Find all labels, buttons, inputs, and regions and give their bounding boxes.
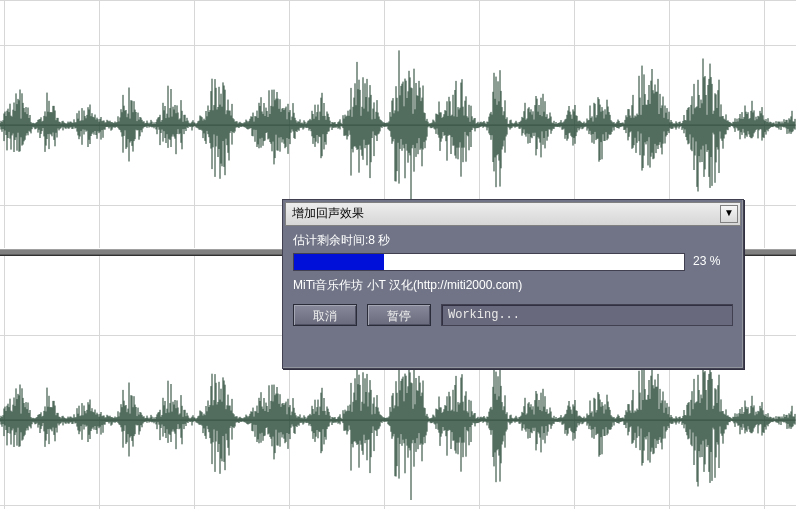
dialog-button-row: 取消 暂停 Working... [293,304,733,326]
cancel-button[interactable]: 取消 [293,304,357,326]
status-text: Working... [441,304,733,326]
dialog-body: 估计剩余时间:8 秒 23 % MiTi音乐作坊 小T 汉化(http://mi… [287,232,739,366]
progress-wrap: 23 % [293,253,733,271]
progress-percent-label: 23 % [693,254,720,268]
audio-editor-workspace: 增加回声效果 ▼ 估计剩余时间:8 秒 23 % MiTi音乐作坊 小T 汉化(… [0,0,796,509]
dropdown-icon[interactable]: ▼ [720,205,738,223]
pause-button[interactable]: 暂停 [367,304,431,326]
progress-fill [294,254,384,270]
effect-progress-dialog: 增加回声效果 ▼ 估计剩余时间:8 秒 23 % MiTi音乐作坊 小T 汉化(… [282,199,744,369]
progress-bar [293,253,685,271]
eta-label: 估计剩余时间:8 秒 [293,232,733,249]
dialog-title-text: 增加回声效果 [292,206,364,220]
waveform-channel-1[interactable] [0,45,796,205]
dialog-titlebar[interactable]: 增加回声效果 ▼ [285,202,741,226]
credit-label: MiTi音乐作坊 小T 汉化(http://miti2000.com) [293,277,733,294]
